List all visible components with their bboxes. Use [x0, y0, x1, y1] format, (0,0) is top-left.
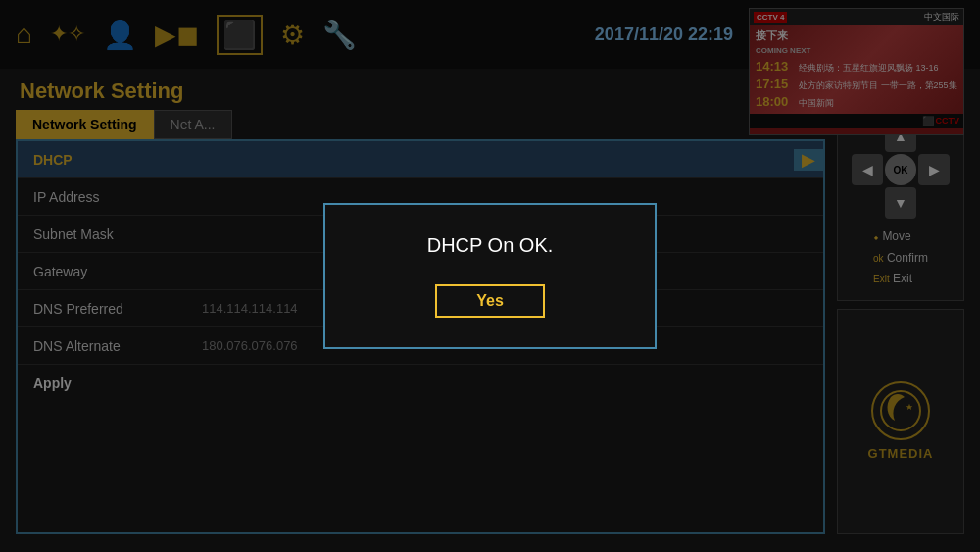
dialog-yes-button[interactable]: Yes	[435, 284, 545, 318]
dialog-box: DHCP On OK. Yes	[323, 203, 657, 349]
dialog-message: DHCP On OK.	[427, 234, 554, 257]
dialog-overlay: DHCP On OK. Yes	[0, 0, 980, 552]
